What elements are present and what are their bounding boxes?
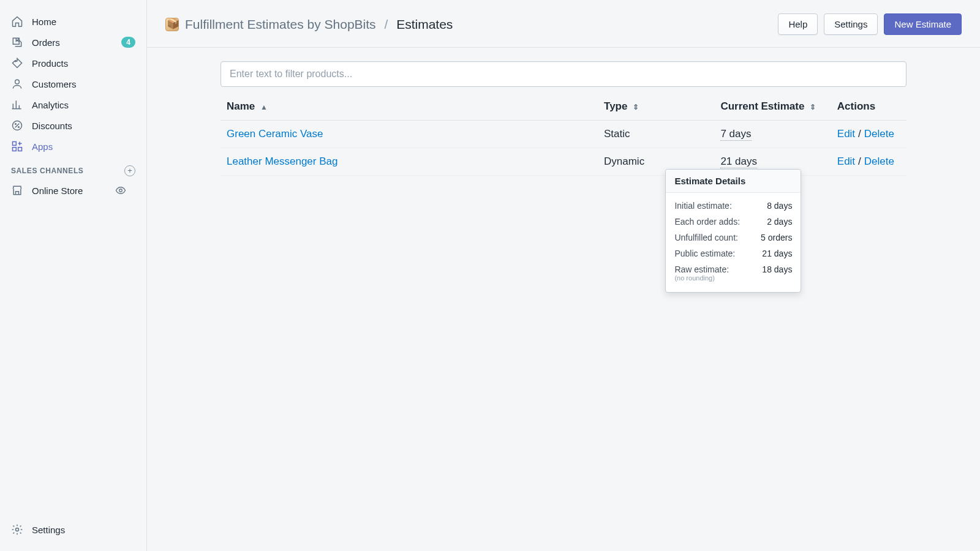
- main: Fulfillment Estimates by ShopBits / Esti…: [147, 0, 980, 551]
- breadcrumb-app[interactable]: Fulfillment Estimates by ShopBits: [185, 17, 376, 31]
- delete-link[interactable]: Delete: [864, 156, 894, 167]
- sidebar-item-label: Products: [32, 58, 68, 69]
- product-link[interactable]: Green Ceramic Vase: [227, 128, 323, 140]
- home-icon: [11, 15, 23, 28]
- svg-point-1: [15, 80, 20, 84]
- breadcrumb-page: Estimates: [396, 17, 453, 31]
- topbar: Fulfillment Estimates by ShopBits / Esti…: [147, 0, 980, 48]
- sidebar: Home Orders 4 Products Customers Analyti…: [0, 0, 147, 551]
- settings-button[interactable]: Settings: [824, 13, 878, 35]
- sidebar-item-label: Customers: [32, 79, 77, 89]
- svg-rect-6: [13, 148, 17, 151]
- apps-icon: [11, 140, 23, 152]
- sidebar-item-label: Analytics: [32, 100, 69, 110]
- svg-point-4: [18, 127, 20, 128]
- edit-link[interactable]: Edit: [837, 128, 855, 140]
- sidebar-item-products[interactable]: Products: [0, 53, 146, 73]
- new-estimate-button[interactable]: New Estimate: [884, 13, 962, 35]
- svg-point-9: [16, 528, 19, 531]
- estimate-value[interactable]: 7 days: [720, 128, 751, 141]
- edit-link[interactable]: Edit: [837, 156, 855, 167]
- person-icon: [11, 78, 23, 90]
- svg-point-3: [15, 124, 17, 125]
- col-header-type[interactable]: Type ⇕: [598, 93, 714, 121]
- sidebar-item-label: Online Store: [32, 186, 83, 196]
- sort-asc-icon: ▲: [260, 103, 268, 111]
- sidebar-item-label: Orders: [32, 37, 60, 48]
- tooltip-title: Estimate Details: [666, 170, 801, 193]
- sidebar-item-discounts[interactable]: Discounts: [0, 115, 146, 136]
- sidebar-item-orders[interactable]: Orders 4: [0, 32, 146, 53]
- estimate-tooltip: Estimate Details Initial estimate:8 days…: [665, 169, 801, 293]
- sort-icon: ⇕: [810, 103, 816, 111]
- table-row: Leather Messenger Bag Dynamic 21 days Es…: [221, 148, 907, 176]
- type-cell: Static: [598, 121, 714, 148]
- tag-icon: [11, 57, 23, 69]
- sidebar-item-label: Settings: [32, 525, 65, 535]
- svg-point-8: [119, 189, 123, 192]
- estimates-table: Name ▲ Type ⇕ Current Estimate ⇕ Actions…: [221, 93, 907, 176]
- store-icon: [11, 184, 23, 197]
- orders-icon: [11, 36, 23, 48]
- svg-rect-7: [18, 148, 22, 151]
- sidebar-item-analytics[interactable]: Analytics: [0, 94, 146, 115]
- package-icon: [165, 18, 179, 31]
- sidebar-item-online-store[interactable]: Online Store: [0, 180, 146, 201]
- sidebar-item-label: Discounts: [32, 121, 72, 131]
- sidebar-item-home[interactable]: Home: [0, 11, 146, 32]
- discount-icon: [11, 119, 23, 132]
- channels-heading: SALES CHANNELS: [11, 167, 83, 175]
- filter-input[interactable]: [221, 61, 907, 87]
- eye-icon[interactable]: [115, 184, 127, 197]
- sidebar-item-apps[interactable]: Apps: [0, 136, 146, 157]
- col-header-name[interactable]: Name ▲: [221, 93, 598, 121]
- table-row: Green Ceramic Vase Static 7 days Edit/De…: [221, 121, 907, 148]
- sidebar-item-label: Apps: [32, 141, 53, 152]
- orders-badge: 4: [121, 37, 135, 48]
- svg-rect-5: [13, 142, 17, 146]
- col-header-estimate[interactable]: Current Estimate ⇕: [714, 93, 831, 121]
- delete-link[interactable]: Delete: [864, 128, 894, 140]
- sort-icon: ⇕: [633, 103, 639, 111]
- sidebar-item-settings[interactable]: Settings: [0, 519, 146, 540]
- breadcrumb: Fulfillment Estimates by ShopBits / Esti…: [185, 17, 453, 32]
- sidebar-item-customers[interactable]: Customers: [0, 73, 146, 94]
- gear-icon: [11, 523, 23, 536]
- help-button[interactable]: Help: [778, 13, 818, 35]
- col-header-actions: Actions: [831, 93, 907, 121]
- estimate-value[interactable]: 21 days: [720, 156, 757, 168]
- sidebar-item-label: Home: [32, 17, 56, 27]
- bar-chart-icon: [11, 99, 23, 111]
- add-channel-icon[interactable]: [124, 165, 135, 176]
- product-link[interactable]: Leather Messenger Bag: [227, 156, 337, 167]
